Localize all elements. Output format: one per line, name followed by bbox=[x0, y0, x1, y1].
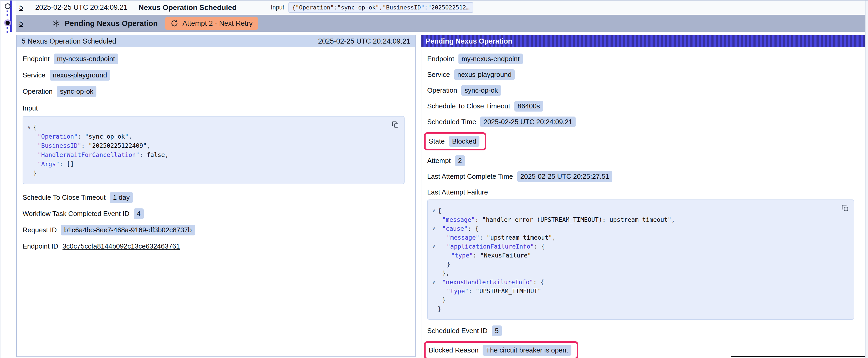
field-row-endpoint: Endpointmy-nexus-endpoint bbox=[23, 54, 409, 64]
collapse-chevron-icon[interactable]: ∨ bbox=[25, 123, 33, 132]
input-preview-label: Input bbox=[271, 4, 284, 11]
field-label: Operation bbox=[427, 86, 457, 95]
pending-operation-header: Pending Nexus Operation bbox=[422, 35, 865, 47]
field-value-chip: 2025-02-25 UTC 20:25:27.51 bbox=[517, 171, 612, 182]
field-row-scheduled-time: Scheduled Time2025-02-25 UTC 20:24:09.21 bbox=[427, 117, 859, 127]
code-line-content: "cause": { bbox=[438, 224, 478, 233]
field-label: Scheduled Event ID bbox=[427, 327, 488, 335]
field-value-chip: nexus-playground bbox=[50, 70, 110, 80]
code-line: "type": "UPSTREAM_TIMEOUT" bbox=[430, 287, 837, 296]
timeline-dotted-line bbox=[6, 10, 8, 19]
event-id-link[interactable]: 5 bbox=[19, 3, 23, 11]
field-row-operation: Operationsync-op-ok bbox=[427, 85, 859, 96]
event-timestamp: 2025-02-25 UTC 20:24:09.21 bbox=[35, 3, 127, 11]
field-label: Scheduled Time bbox=[427, 118, 476, 126]
detail-panels: 5 Nexus Operation Scheduled 2025-02-25 U… bbox=[1, 35, 868, 358]
field-value-chip: 1 day bbox=[110, 192, 133, 203]
event-node-current-dot-icon bbox=[4, 20, 11, 26]
code-line-content: }, bbox=[438, 269, 450, 278]
pending-operation-body: Endpointmy-nexus-endpointServicenexus-pl… bbox=[422, 47, 865, 358]
code-line-content: "HandlerWaitForCancellation": false, bbox=[33, 151, 169, 160]
field-label: Endpoint ID bbox=[23, 242, 58, 250]
code-line: ∨"cause": { bbox=[430, 224, 837, 233]
code-line: } bbox=[430, 296, 837, 304]
timeline-selection-bar bbox=[10, 1, 12, 32]
event-name: Nexus Operation Scheduled bbox=[138, 3, 237, 12]
field-value-chip: my-nexus-endpoint bbox=[54, 54, 118, 64]
event-detail-timestamp: 2025-02-25 UTC 20:24:09.21 bbox=[318, 37, 410, 45]
field-label: Endpoint bbox=[23, 55, 50, 63]
field-label: Attempt bbox=[427, 157, 451, 165]
field-value-chip: 2025-02-25 UTC 20:24:09.21 bbox=[480, 117, 575, 127]
pending-operation-title: Pending Nexus Operation bbox=[426, 37, 512, 45]
field-value-chip: 4 bbox=[134, 208, 144, 219]
code-line-content: { bbox=[33, 123, 37, 132]
retry-attempt-badge: Attempt 2 · Next Retry bbox=[165, 17, 258, 30]
field-row-last-attempt-complete-time: Last Attempt Complete Time2025-02-25 UTC… bbox=[427, 171, 859, 182]
field-label: State bbox=[429, 137, 445, 145]
code-line: } bbox=[25, 169, 387, 178]
field-value-chip: 2 bbox=[455, 155, 465, 166]
field-label: Last Attempt Complete Time bbox=[427, 172, 513, 181]
highlight-box-blocked-reason: Blocked ReasonThe circuit breaker is ope… bbox=[424, 341, 578, 358]
collapse-chevron-icon[interactable]: ∨ bbox=[430, 206, 438, 215]
code-line-content: "message": "upstream timeout", bbox=[438, 233, 556, 242]
field-label: Endpoint bbox=[427, 55, 454, 63]
event-summary-row[interactable]: 5 2025-02-25 UTC 20:24:09.21 Nexus Opera… bbox=[16, 1, 868, 14]
copy-button[interactable] bbox=[391, 120, 400, 130]
event-detail-header: 5 Nexus Operation Scheduled 2025-02-25 U… bbox=[17, 35, 415, 47]
field-value-chip: b1c6a4bc-8ee7-468a-9169-df3b02c8737b bbox=[61, 225, 195, 235]
scrollbar-track[interactable] bbox=[865, 1, 868, 358]
code-line-content: } bbox=[33, 169, 37, 178]
field-value-chip: my-nexus-endpoint bbox=[459, 54, 523, 64]
code-line: ∨{ bbox=[430, 206, 837, 215]
code-line: ∨{ bbox=[25, 123, 387, 132]
json-code-viewer: ∨{"message": "handler error (UPSTREAM_TI… bbox=[427, 199, 854, 320]
retry-icon bbox=[170, 20, 178, 27]
nexus-asterisk-icon bbox=[52, 19, 60, 28]
field-label: Operation bbox=[23, 88, 53, 96]
code-line: "BusinessID": "20250225122409", bbox=[25, 141, 387, 151]
pending-operation-row[interactable]: 5 Pending Nexus Operation Attempt 2 · Ne… bbox=[16, 15, 868, 32]
code-line: "Operation": "sync-op-ok", bbox=[25, 132, 387, 141]
pending-operation-card: Pending Nexus Operation Endpointmy-nexus… bbox=[421, 35, 865, 358]
field-value-chip: sync-op-ok bbox=[57, 86, 96, 97]
field-value-chip: nexus-playground bbox=[454, 69, 515, 80]
field-label: Request ID bbox=[23, 226, 57, 234]
code-line-content: "type": "NexusFailure" bbox=[438, 251, 531, 260]
field-row-service: Servicenexus-playground bbox=[23, 70, 409, 80]
code-line: "HandlerWaitForCancellation": false, bbox=[25, 151, 387, 160]
field-label: Workflow Task Completed Event ID bbox=[23, 210, 129, 218]
collapse-chevron-icon[interactable]: ∨ bbox=[430, 242, 438, 251]
code-line: }, bbox=[430, 269, 837, 278]
code-line-content: } bbox=[438, 296, 446, 304]
field-row-endpoint-id: Endpoint ID3c0c75ccfa8144b092c13ce632463… bbox=[23, 241, 409, 252]
highlight-box-state: StateBlocked bbox=[424, 132, 486, 151]
collapse-chevron-icon[interactable]: ∨ bbox=[430, 224, 438, 233]
code-line: } bbox=[430, 304, 837, 314]
field-row-service: Servicenexus-playground bbox=[427, 69, 859, 80]
code-line-content: } bbox=[438, 260, 450, 269]
code-line-content: "BusinessID": "20250225122409", bbox=[33, 141, 150, 151]
code-line-content: } bbox=[438, 304, 441, 314]
code-line-content: "message": "handler error (UPSTREAM_TIME… bbox=[438, 215, 675, 224]
field-row-operation: Operationsync-op-ok bbox=[23, 86, 409, 97]
field-label: Blocked Reason bbox=[429, 346, 478, 354]
nexus-event-history-page: { "colors": { "highlight_pink": "#ec2a66… bbox=[0, 0, 868, 358]
code-line-content: "type": "UPSTREAM_TIMEOUT" bbox=[438, 287, 541, 296]
field-value-link-endpoint-id[interactable]: 3c0c75ccfa8144b092c13ce632463761 bbox=[63, 242, 180, 250]
json-code-viewer: ∨{"Operation": "sync-op-ok","BusinessID"… bbox=[23, 116, 405, 184]
pending-operation-name: Pending Nexus Operation bbox=[65, 19, 158, 28]
collapse-chevron-icon[interactable]: ∨ bbox=[430, 278, 438, 287]
field-label: Service bbox=[427, 71, 450, 79]
field-row-endpoint: Endpointmy-nexus-endpoint bbox=[427, 54, 859, 64]
code-line: ∨"applicationFailureInfo": { bbox=[430, 242, 837, 251]
field-label-input: Input bbox=[23, 104, 409, 112]
field-row-state: StateBlocked bbox=[427, 132, 859, 151]
field-row-attempt: Attempt2 bbox=[427, 155, 859, 166]
event-node-open-circle-icon bbox=[5, 3, 10, 9]
event-detail-title: 5 Nexus Operation Scheduled bbox=[22, 37, 116, 45]
copy-button[interactable] bbox=[840, 203, 850, 213]
code-line: "message": "upstream timeout", bbox=[430, 233, 837, 242]
event-id-link[interactable]: 5 bbox=[19, 20, 23, 28]
